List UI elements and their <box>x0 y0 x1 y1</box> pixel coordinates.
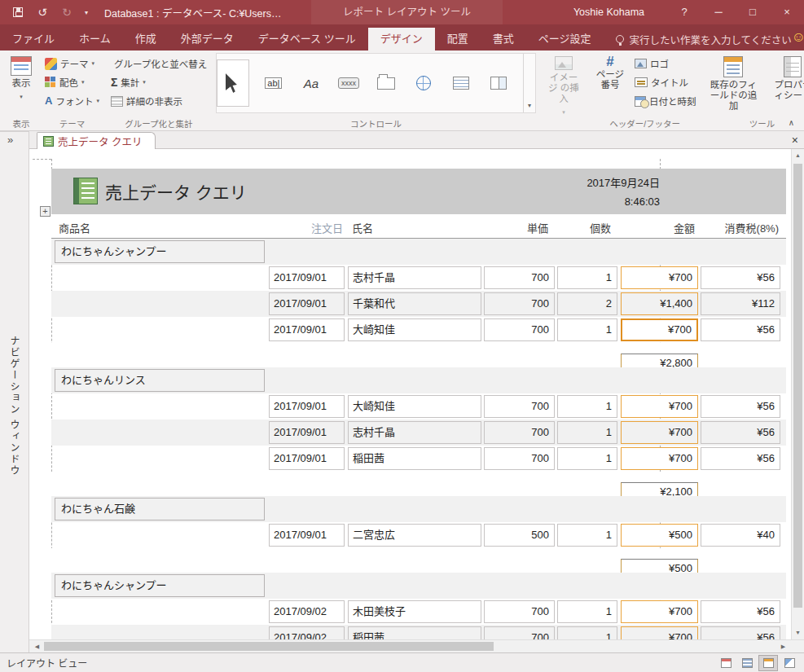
vertical-scrollbar-thumb[interactable] <box>793 164 802 608</box>
product-name-box[interactable]: わにちゃんリンス <box>55 369 265 392</box>
account-name[interactable]: Yoshie Kohama <box>573 7 644 18</box>
ribbon-tab-arrange[interactable]: 配置 <box>435 28 481 51</box>
subtotal-amount-box[interactable]: ¥2,100 <box>621 482 698 496</box>
order-date-cell[interactable]: 2017/09/01 <box>269 524 345 547</box>
label-control-button[interactable]: Aa <box>298 69 324 97</box>
page-number-button[interactable]: # ページ 番号 <box>591 53 629 110</box>
product-name-box[interactable]: わにちゃんシャンプー <box>55 240 265 263</box>
layout-move-handle[interactable]: + <box>40 206 51 217</box>
ribbon-tab-format[interactable]: 書式 <box>481 28 526 51</box>
tab-control-button[interactable] <box>373 69 399 97</box>
scroll-up-icon[interactable]: ▲ <box>792 149 804 162</box>
order-date-cell[interactable]: 2017/09/01 <box>269 447 345 470</box>
unit-price-cell[interactable]: 700 <box>484 292 555 315</box>
minimize-button[interactable]: ─ <box>701 0 736 24</box>
amount-cell[interactable]: ¥700 <box>621 266 698 289</box>
undo-button[interactable]: ↺ <box>31 0 54 24</box>
column-header-6[interactable]: 消費税(8%) <box>701 220 779 235</box>
quantity-cell[interactable]: 1 <box>557 524 617 547</box>
colors-button[interactable]: 配色▾ <box>42 73 102 91</box>
order-date-cell[interactable]: 2017/09/02 <box>269 626 345 639</box>
print-preview-button[interactable] <box>737 655 757 671</box>
tax-cell[interactable]: ¥56 <box>701 395 780 418</box>
subform-control-button[interactable] <box>485 69 512 97</box>
unit-price-cell[interactable]: 500 <box>484 524 555 547</box>
customer-name-cell[interactable]: 木田美枝子 <box>348 600 481 623</box>
design-view-button[interactable] <box>780 655 799 671</box>
quantity-cell[interactable]: 1 <box>557 447 617 470</box>
maximize-button[interactable]: □ <box>736 0 770 24</box>
order-date-cell[interactable]: 2017/09/01 <box>269 421 345 444</box>
tax-cell[interactable]: ¥56 <box>701 447 780 470</box>
report-date-time[interactable]: 2017年9月24日 8:46:03 <box>464 173 660 211</box>
customer-name-cell[interactable]: 志村千晶 <box>348 421 481 444</box>
amount-cell[interactable]: ¥500 <box>621 524 698 547</box>
close-document-button[interactable]: × <box>792 133 798 147</box>
ribbon-tab-file[interactable]: ファイル <box>0 28 67 51</box>
layout-view-button[interactable] <box>758 655 778 671</box>
order-date-cell[interactable]: 2017/09/02 <box>269 600 345 623</box>
fonts-button[interactable]: Aフォント▾ <box>42 92 102 110</box>
ribbon-tab-create[interactable]: 作成 <box>123 28 169 51</box>
unit-price-cell[interactable]: 700 <box>484 421 555 444</box>
ribbon-tab-external-data[interactable]: 外部データ <box>169 28 246 51</box>
vertical-scrollbar[interactable]: ▲ ▼ <box>791 149 804 639</box>
product-name-box[interactable]: わにちゃんシャンプー <box>55 574 265 597</box>
ribbon-tab-database-tools[interactable]: データベース ツール <box>246 28 368 51</box>
quantity-cell[interactable]: 1 <box>557 626 617 639</box>
quantity-cell[interactable]: 1 <box>557 266 617 289</box>
tax-cell[interactable]: ¥40 <box>701 524 780 547</box>
tax-cell[interactable]: ¥56 <box>701 626 780 639</box>
help-button[interactable]: ? <box>667 0 701 24</box>
feedback-smiley-button[interactable]: ☺ <box>792 25 804 50</box>
product-name-box[interactable]: わにちゃん石鹸 <box>55 498 265 520</box>
unit-price-cell[interactable]: 700 <box>484 626 555 639</box>
add-existing-fields-button[interactable]: 既存のフィールドの追加 <box>705 53 762 112</box>
subtotal-amount-box[interactable]: ¥2,800 <box>621 354 698 367</box>
amount-cell[interactable]: ¥700 <box>621 626 698 639</box>
totals-button[interactable]: Σ集計▾ <box>108 73 209 91</box>
ribbon-tab-home[interactable]: ホーム <box>67 28 123 51</box>
report-title[interactable]: 売上データ クエリ <box>105 179 247 204</box>
amount-cell[interactable]: ¥1,400 <box>621 292 698 315</box>
hyperlink-control-button[interactable] <box>411 69 437 97</box>
qat-customize-button[interactable]: ▾ <box>80 0 93 24</box>
customer-name-cell[interactable]: 千葉和代 <box>348 292 481 315</box>
tax-cell[interactable]: ¥56 <box>701 266 780 289</box>
scroll-right-icon[interactable]: ▶ <box>777 640 789 652</box>
controls-gallery-more-button[interactable]: ▾ <box>523 54 535 112</box>
collapse-ribbon-button[interactable]: ∧ <box>789 118 794 127</box>
close-button[interactable]: × <box>770 0 804 24</box>
order-date-cell[interactable]: 2017/09/01 <box>269 266 345 289</box>
column-header-2[interactable]: 氏名 <box>352 220 373 235</box>
redo-button[interactable]: ↻ <box>55 0 78 24</box>
expand-navigation-icon[interactable]: » <box>7 134 13 146</box>
amount-cell[interactable]: ¥700 <box>621 395 698 418</box>
report-date[interactable]: 2017年9月24日 <box>464 173 660 192</box>
amount-cell[interactable]: ¥700 <box>621 318 698 341</box>
column-header-1[interactable]: 注文日 <box>269 220 343 235</box>
unit-price-cell[interactable]: 700 <box>484 395 555 418</box>
hide-details-button[interactable]: 詳細の非表示 <box>108 92 209 110</box>
tax-cell[interactable]: ¥56 <box>701 600 780 623</box>
document-tab-active[interactable]: 売上データ クエリ <box>37 132 156 149</box>
save-button[interactable] <box>7 0 29 24</box>
logo-button[interactable]: ロゴ <box>632 55 699 72</box>
tax-cell[interactable]: ¥112 <box>701 292 780 315</box>
quantity-cell[interactable]: 1 <box>557 600 617 623</box>
report-view-button[interactable] <box>716 655 736 671</box>
amount-cell[interactable]: ¥700 <box>621 447 698 470</box>
group-and-sort-button[interactable]: グループ化と並べ替え <box>108 55 209 72</box>
customer-name-cell[interactable]: 志村千晶 <box>348 266 481 289</box>
amount-cell[interactable]: ¥700 <box>621 600 698 623</box>
report-time[interactable]: 8:46:03 <box>464 192 660 211</box>
column-header-4[interactable]: 個数 <box>557 220 611 235</box>
horizontal-scrollbar-thumb[interactable] <box>44 642 494 651</box>
title-button[interactable]: タイトル <box>632 73 699 91</box>
horizontal-scrollbar[interactable]: ◀ ▶ <box>29 639 804 652</box>
tax-cell[interactable]: ¥56 <box>701 421 780 444</box>
column-header-5[interactable]: 金額 <box>621 220 695 235</box>
customer-name-cell[interactable]: 大崎知佳 <box>348 395 481 418</box>
order-date-cell[interactable]: 2017/09/01 <box>269 395 345 418</box>
themes-button[interactable]: テーマ▾ <box>42 55 102 72</box>
